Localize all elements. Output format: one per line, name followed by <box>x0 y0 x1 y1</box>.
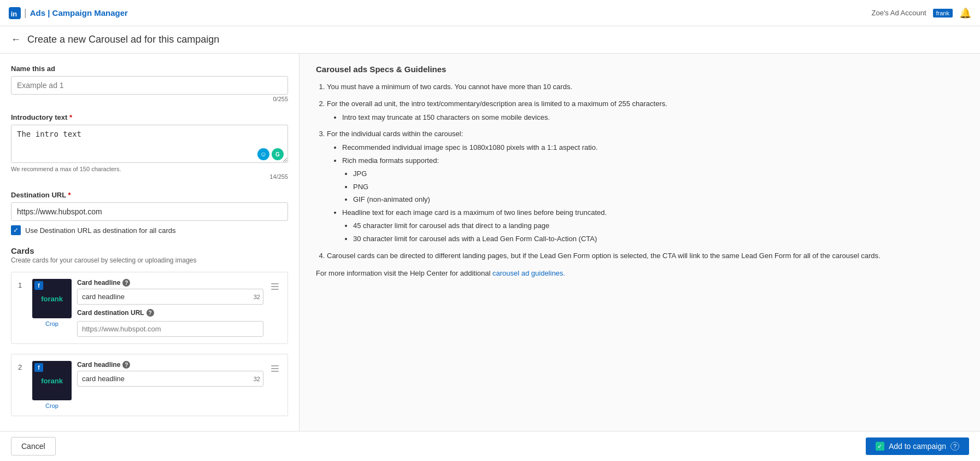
card-1-drag-handle[interactable] <box>269 281 281 292</box>
cards-subtitle: Create cards for your carousel by select… <box>11 256 288 264</box>
card-2-drag-handle[interactable] <box>269 363 281 374</box>
card-1-number: 1 <box>18 281 27 289</box>
account-badge: frank <box>933 9 953 17</box>
drag-line-4 <box>271 365 279 366</box>
drag-line-6 <box>271 371 279 372</box>
add-campaign-help-icon[interactable]: ? <box>950 442 959 451</box>
forank-logo: forank <box>41 295 63 302</box>
drag-line-3 <box>271 289 279 290</box>
intro-label: Introductory text * <box>11 113 288 121</box>
dest-url-label: Destination URL * <box>11 191 288 199</box>
card-2-char-count: 32 <box>254 376 260 382</box>
card-item-2: 2 f forank Crop Card headline ? 32 <box>11 354 288 416</box>
drag-line-2 <box>271 286 279 287</box>
page-title: Create a new Carousel ad for this campai… <box>27 34 219 45</box>
checkbox-label: Use Destination URL as destination for a… <box>25 226 176 235</box>
top-navigation: in | Ads | Campaign Manager Zoe's Ad Acc… <box>0 0 980 26</box>
page-header: ← Create a new Carousel ad for this camp… <box>0 26 980 54</box>
card-1-headline-label: Card headline ? <box>77 279 263 287</box>
add-campaign-label: Add to campaign <box>889 442 946 451</box>
card-1-dest-text: Card destination URL <box>77 309 144 317</box>
left-panel: Name this ad 0/255 Introductory text * T… <box>0 54 300 458</box>
spec-3-bullet-1: Recommended individual image spec is 108… <box>342 142 964 154</box>
card-1-dest-label: Card destination URL ? <box>77 309 263 317</box>
cards-title: Cards <box>11 246 288 255</box>
checkbox-row: Use Destination URL as destination for a… <box>11 225 288 235</box>
spec-item-2: For the overall ad unit, the intro text/… <box>327 98 964 124</box>
card-1-headline-help-icon[interactable]: ? <box>122 279 130 287</box>
svg-text:in: in <box>11 9 17 17</box>
card-2-headline-wrapper: 32 <box>77 371 263 387</box>
account-name: Zoe's Ad Account <box>871 9 926 17</box>
card-2-forank-logo: forank <box>41 377 63 384</box>
card-1-dest-input[interactable] <box>77 321 263 337</box>
spec-item-1: You must have a minimum of two cards. Yo… <box>327 81 964 93</box>
textarea-icons: ☺ G <box>257 148 284 160</box>
card-2-forank-f-icon: f <box>34 363 43 372</box>
grammarly-icon[interactable]: G <box>272 148 284 160</box>
spec-3-sub-3: GIF (non-animated only) <box>353 194 964 206</box>
add-to-campaign-button[interactable]: ✓ Add to campaign ? <box>866 437 969 455</box>
drag-line-5 <box>271 368 279 369</box>
name-ad-label: Name this ad <box>11 65 288 73</box>
card-1-headline-input[interactable] <box>77 289 263 305</box>
card-2-headline-input[interactable] <box>77 371 263 387</box>
intro-text-section: Introductory text * The intro text ☺ G W… <box>11 113 288 180</box>
spec-1-text: You must have a minimum of two cards. Yo… <box>327 83 572 91</box>
name-char-count: 0/255 <box>11 96 288 102</box>
name-ad-input[interactable] <box>11 76 288 95</box>
bell-icon[interactable]: 🔔 <box>959 7 971 19</box>
emoji-icon[interactable]: ☺ <box>257 148 269 160</box>
spec-3-bullet-2: Rich media formats supported: JPG PNG GI… <box>342 155 964 206</box>
dest-url-required: * <box>68 191 71 199</box>
specs-link[interactable]: carousel ad guidelines. <box>492 269 565 277</box>
back-button[interactable]: ← <box>11 34 21 45</box>
spec-3-sub-1: JPG <box>353 168 964 180</box>
spec-item-3: For the individual cards within the caro… <box>327 129 964 244</box>
main-layout: Name this ad 0/255 Introductory text * T… <box>0 54 980 458</box>
drag-line-1 <box>271 283 279 284</box>
card-1-headline-wrapper: 32 <box>77 289 263 305</box>
add-campaign-check-icon: ✓ <box>876 442 884 451</box>
name-ad-section: Name this ad 0/255 <box>11 65 288 102</box>
specs-list: You must have a minimum of two cards. Yo… <box>316 81 964 261</box>
spec-2-bullets: Intro text may truncate at 150 character… <box>327 112 964 124</box>
spec-3-bullets: Recommended individual image spec is 108… <box>327 142 964 244</box>
spec-item-4: Carousel cards can be directed to differ… <box>327 250 964 262</box>
right-panel: Carousel ads Specs & Guidelines You must… <box>300 54 980 458</box>
intro-required: * <box>69 113 72 121</box>
intro-hint: We recommend a max of 150 characters. <box>11 166 288 172</box>
card-item-1: 1 f forank Crop Card headline ? 32 <box>11 272 288 344</box>
nav-right: Zoe's Ad Account frank 🔔 <box>871 7 971 19</box>
spec-2-bullet-1: Intro text may truncate at 150 character… <box>342 112 964 124</box>
linkedin-logo-icon: in <box>9 7 21 19</box>
card-2-number: 2 <box>18 363 27 371</box>
dest-url-input[interactable] <box>11 202 288 221</box>
card-1-crop-btn[interactable]: Crop <box>45 320 58 327</box>
spec-3-sub-5: 30 character limit for carousel ads with… <box>353 234 964 245</box>
card-2-fields: Card headline ? 32 <box>77 361 263 387</box>
card-2-crop-btn[interactable]: Crop <box>45 402 58 409</box>
cancel-button[interactable]: Cancel <box>11 437 56 456</box>
spec-2-text: For the overall ad unit, the intro text/… <box>327 100 667 108</box>
card-1-dest-help-icon[interactable]: ? <box>146 309 154 317</box>
spec-3-sub-4: 45 character limit for carousel ads that… <box>353 220 964 232</box>
cards-section: Cards Create cards for your carousel by … <box>11 246 288 416</box>
card-2-thumb-wrapper: f forank Crop <box>32 361 72 409</box>
intro-textarea[interactable]: The intro text <box>11 125 288 163</box>
card-1-char-count: 32 <box>254 294 260 300</box>
spec-3-sub-bullets: JPG PNG GIF (non-animated only) <box>342 168 964 206</box>
card-1-fields: Card headline ? 32 Card destination URL … <box>77 279 263 337</box>
specs-title: Carousel ads Specs & Guidelines <box>316 65 964 74</box>
card-2-headline-help-icon[interactable]: ? <box>122 361 130 369</box>
card-2-headline-label: Card headline ? <box>77 361 263 369</box>
nav-brand: in | Ads | Campaign Manager <box>9 7 128 19</box>
spec-3-sub-2: PNG <box>353 182 964 193</box>
card-1-thumbnail[interactable]: f forank <box>32 279 72 318</box>
dest-url-checkbox[interactable] <box>11 225 21 235</box>
card-1-thumb-wrapper: f forank Crop <box>32 279 72 327</box>
card-2-thumbnail[interactable]: f forank <box>32 361 72 400</box>
specs-footer: For more information visit the Help Cent… <box>316 269 964 277</box>
intro-char-count: 14/255 <box>11 173 288 180</box>
spec-3-text: For the individual cards within the caro… <box>327 130 463 138</box>
